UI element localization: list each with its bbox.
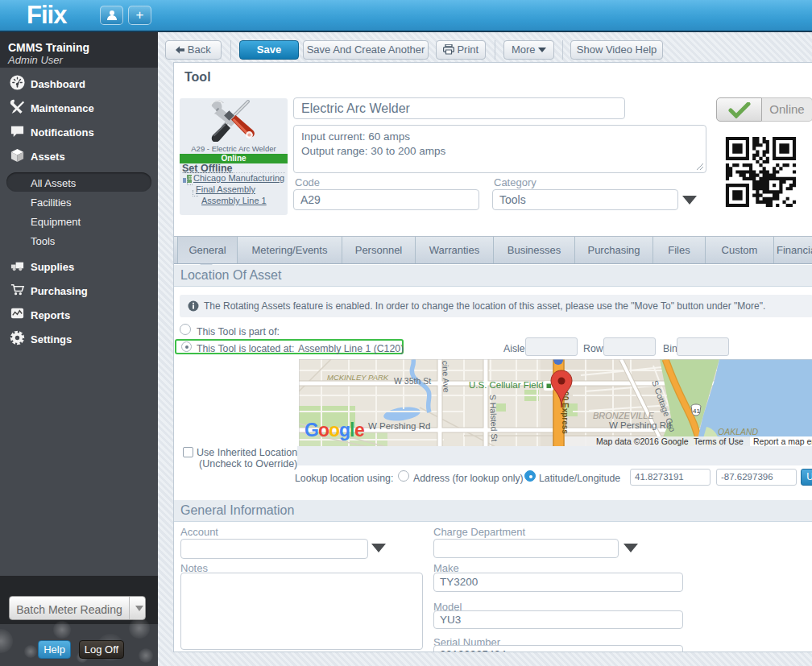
svg-text:Terms of Use: Terms of Use: [694, 436, 744, 446]
svg-text:l: l: [350, 420, 354, 441]
svg-text:Report a map err: Report a map err: [753, 436, 812, 446]
svg-text:W Pershing Rd: W Pershing Rd: [609, 420, 671, 430]
svg-text:e: e: [354, 420, 364, 441]
svg-text:41: 41: [693, 407, 700, 415]
svg-text:cine Ave: cine Ave: [441, 361, 451, 393]
svg-text:G: G: [304, 420, 318, 441]
svg-text:W 35th St: W 35th St: [394, 376, 431, 386]
svg-text:W Pershing Rd: W Pershing Rd: [368, 421, 430, 431]
svg-text:BRONZEVILLE: BRONZEVILLE: [593, 411, 654, 420]
svg-text:OAKLAND: OAKLAND: [718, 427, 759, 436]
svg-text:MCKINLEY PARK: MCKINLEY PARK: [327, 373, 389, 382]
svg-text:U.S. Cellular Field: U.S. Cellular Field: [469, 380, 544, 390]
svg-text:o: o: [329, 420, 340, 441]
svg-text:o: o: [318, 420, 329, 441]
svg-text:g: g: [339, 420, 350, 441]
svg-text:S Halsted St: S Halsted St: [488, 395, 499, 442]
svg-text:Map data ©2016 Google: Map data ©2016 Google: [596, 436, 689, 446]
